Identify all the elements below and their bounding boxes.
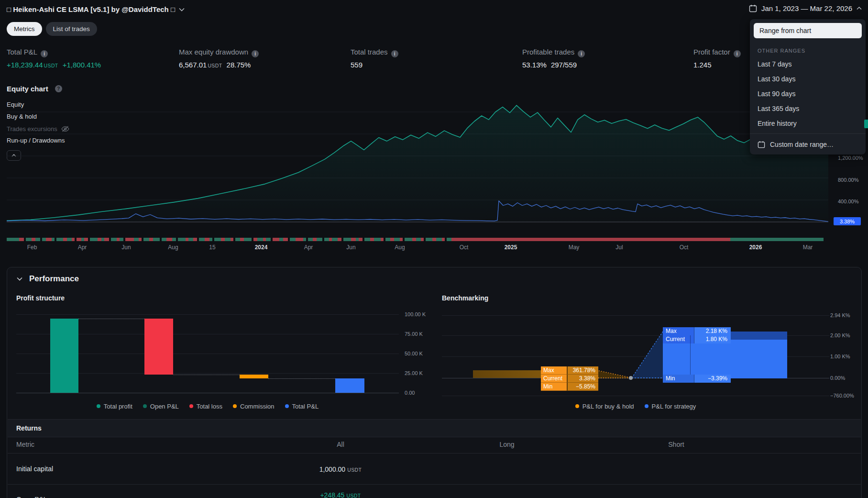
trade-segment: [205, 238, 209, 241]
benchmarking-legend: P&L for buy & holdP&L for strategy: [442, 401, 829, 410]
bar-commission: [240, 375, 268, 378]
x-axis-label: Oct: [460, 244, 469, 251]
x-axis-label: Aug: [168, 244, 178, 251]
axis-tick-label: −760.00%: [830, 393, 854, 398]
equity-chart-title: Equity chart: [7, 85, 48, 93]
trade-segment: [143, 238, 149, 241]
legend-label: Run-up / Drawdowns: [7, 137, 65, 144]
column-header-long: Long: [499, 441, 514, 448]
waterfall-connector: [78, 319, 144, 319]
legend-item-total-profit[interactable]: Total profit: [97, 403, 132, 410]
metric-value-row: 559: [351, 61, 398, 69]
bar-total-loss: [144, 319, 173, 375]
trade-segment: [235, 238, 240, 241]
tooltip-divider: [690, 335, 691, 375]
trade-segment: [32, 238, 35, 241]
axis-tick-label: 1.00 K%: [830, 354, 850, 359]
metric-value: 6,567.01: [179, 61, 207, 69]
trade-segment: [67, 238, 72, 241]
metric-unit: USDT: [208, 63, 222, 68]
metric-label-row: Profitable tradesi: [522, 48, 585, 57]
column-header-all: All: [337, 441, 344, 448]
legend-item-commission[interactable]: Commission: [233, 403, 275, 410]
trade-segment: [153, 238, 160, 241]
dropdown-item-last-30-days[interactable]: Last 30 days: [750, 71, 866, 86]
tooltip-label: Min: [541, 383, 567, 391]
metric-value-row: 1.245: [693, 61, 741, 69]
returns-table-header: MetricAllLongShort: [8, 436, 861, 454]
tooltip-value: −5.85%: [567, 383, 598, 391]
axis-tick-label: 1,200.00%: [838, 155, 863, 161]
trade-segment: [390, 238, 394, 241]
chevron-down-icon[interactable]: [179, 8, 185, 11]
trade-segment: [455, 238, 730, 241]
trade-segment: [374, 238, 381, 241]
dropdown-item-range-from-chart[interactable]: Range from chart: [754, 23, 862, 38]
equity-legend-item-equity[interactable]: Equity: [7, 101, 24, 108]
tooltip-value: 1.80 K%: [694, 335, 731, 343]
metric-value: 53.13%: [522, 61, 547, 69]
help-icon[interactable]: ?: [55, 85, 62, 92]
trade-segment: [385, 238, 390, 241]
equity-legend-item-trades-excursions[interactable]: Trades excursions: [7, 125, 69, 133]
trade-direction-strip: [7, 238, 828, 241]
waterfall-connector: [173, 375, 240, 375]
trade-segment: [283, 238, 288, 241]
value-number: 1,000.00: [319, 465, 346, 473]
equity-legend-item-run-up-drawdowns[interactable]: Run-up / Drawdowns: [7, 137, 65, 144]
tab-metrics[interactable]: Metrics: [7, 22, 42, 36]
x-axis-label: Feb: [27, 244, 37, 251]
legend-item-p-l-for-strategy[interactable]: P&L for strategy: [645, 403, 696, 410]
equity-chart[interactable]: [7, 100, 828, 224]
legend-label: Open P&L: [150, 403, 179, 410]
equity-legend-item-buy-hold[interactable]: Buy & hold: [7, 113, 37, 120]
trade-segment: [405, 238, 412, 241]
equity-x-axis: FebAprJunAug152024AprJunAugOct2025MayJul…: [7, 244, 828, 253]
metric-label: Total P&L: [7, 48, 37, 56]
date-range-dropdown: Range from chart OTHER RANGES Last 7 day…: [750, 19, 866, 155]
dropdown-item-label: Custom date range…: [770, 141, 834, 148]
table-row: Initial capital1,000.00USDT: [8, 454, 861, 485]
trade-segment: [178, 238, 186, 241]
dropdown-item-last-7-days[interactable]: Last 7 days: [750, 56, 866, 71]
date-range-button[interactable]: Jan 1, 2023 — Mar 22, 2026: [749, 4, 862, 12]
info-icon[interactable]: i: [734, 50, 741, 57]
info-icon[interactable]: i: [578, 50, 585, 57]
metric-label: Profitable trades: [522, 48, 574, 56]
metric-value-row: 6,567.01USDT28.75%: [179, 61, 259, 69]
tab-list-of-trades[interactable]: List of trades: [46, 22, 97, 36]
returns-section-header: Returns: [8, 419, 861, 437]
x-axis-label: Jun: [346, 244, 355, 251]
eye-off-icon[interactable]: [61, 126, 69, 132]
dropdown-item-custom-date-range[interactable]: Custom date range…: [750, 137, 866, 152]
legend-item-total-loss[interactable]: Total loss: [189, 403, 222, 410]
tooltip-row: Max361.78%: [541, 366, 598, 375]
trade-segment: [364, 238, 370, 241]
dropdown-item-last-365-days[interactable]: Last 365 days: [750, 101, 866, 116]
metric-extra: +1,800.41%: [63, 61, 101, 69]
performance-section-toggle[interactable]: Performance: [17, 274, 79, 284]
profit-structure-title: Profit structure: [16, 294, 65, 302]
x-axis-label: Apr: [304, 244, 313, 251]
dropdown-item-last-90-days[interactable]: Last 90 days: [750, 86, 866, 101]
trade-segment: [120, 238, 123, 241]
legend-dot: [575, 404, 579, 408]
trade-segment: [343, 238, 351, 241]
metric-value: 1.245: [693, 61, 712, 69]
legend-item-p-l-for-buy-hold[interactable]: P&L for buy & hold: [575, 403, 634, 410]
axis-tick-label: 2.00 K%: [830, 332, 850, 338]
tab-bar: MetricsList of trades: [7, 22, 97, 36]
info-icon[interactable]: i: [41, 50, 48, 57]
trade-segment: [149, 238, 153, 241]
info-icon[interactable]: i: [391, 50, 398, 57]
column-header-short: Short: [668, 441, 684, 448]
calendar-icon: [758, 141, 765, 148]
info-icon[interactable]: i: [252, 50, 259, 57]
legend-item-total-p-l[interactable]: Total P&L: [285, 403, 319, 410]
strategy-header[interactable]: □ Heiken-Ashi CE LSMA [v5.1] by @DaviddT…: [7, 5, 185, 13]
dropdown-item-entire-history[interactable]: Entire history: [750, 116, 866, 131]
legend-label: Total profit: [104, 403, 132, 410]
benchmarking-title: Benchmarking: [442, 294, 488, 302]
legend-item-open-p-l[interactable]: Open P&L: [143, 403, 179, 410]
x-axis-label: Aug: [395, 244, 405, 251]
